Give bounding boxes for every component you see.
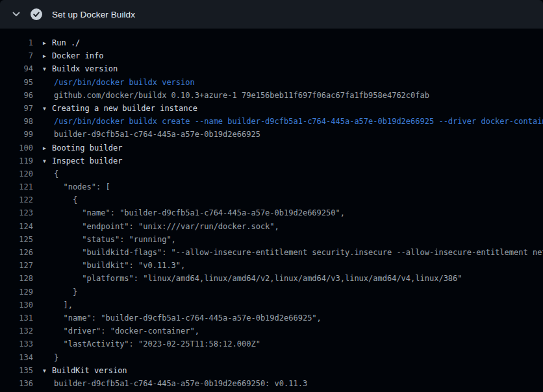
log-text: "name": "builder-d9cfb5a1-c764-445a-a57e… bbox=[43, 312, 322, 325]
line-number[interactable]: 99 bbox=[0, 128, 33, 141]
line-number[interactable]: 120 bbox=[0, 167, 33, 180]
log-line: 99builder-d9cfb5a1-c764-445a-a57e-0b19d2… bbox=[0, 128, 543, 141]
actions-log-step: Set up Docker Buildx 1▶Run ./7▶Docker in… bbox=[0, 0, 543, 392]
log-line: 95/usr/bin/docker buildx version bbox=[0, 76, 543, 89]
group-collapsed-icon[interactable]: ▶ bbox=[43, 37, 52, 50]
log-text: "endpoint": "unix:///var/run/docker.sock… bbox=[43, 220, 279, 233]
line-number[interactable]: 136 bbox=[0, 377, 33, 390]
log-text: ], bbox=[43, 299, 73, 312]
log-text: "driver": "docker-container", bbox=[43, 325, 199, 337]
line-number[interactable]: 97 bbox=[0, 102, 33, 115]
log-line: 122 { bbox=[0, 193, 543, 206]
log-text: builder-d9cfb5a1-c764-445a-a57e-0b19d2e6… bbox=[43, 128, 260, 141]
line-number[interactable]: 1 bbox=[0, 36, 33, 49]
step-title: Set up Docker Buildx bbox=[52, 10, 135, 19]
log-line: 7▶Docker info bbox=[0, 49, 543, 62]
line-number[interactable]: 95 bbox=[0, 76, 33, 89]
log-line: 124 "endpoint": "unix:///var/run/docker.… bbox=[0, 220, 543, 233]
group-expanded-icon[interactable]: ▼ bbox=[43, 63, 52, 76]
log-line: 135▼BuildKit version bbox=[0, 364, 543, 377]
group-collapsed-icon[interactable]: ▶ bbox=[43, 50, 52, 63]
log-group-header[interactable]: ▶Booting builder bbox=[43, 141, 122, 154]
log-text: } bbox=[43, 286, 77, 299]
log-text: "status": "running", bbox=[43, 233, 176, 246]
line-number[interactable]: 129 bbox=[0, 286, 33, 299]
log-text: { bbox=[43, 167, 58, 180]
log-line: 119▼Inspect builder bbox=[0, 154, 543, 167]
group-expanded-icon[interactable]: ▼ bbox=[43, 103, 52, 116]
log-line: 125 "status": "running", bbox=[0, 233, 543, 246]
line-number[interactable]: 135 bbox=[0, 364, 33, 377]
log-line: 100▶Booting builder bbox=[0, 141, 543, 154]
log-line: 127 "buildkit": "v0.11.3", bbox=[0, 259, 543, 272]
log-line: 128 "platforms": "linux/amd64,linux/amd6… bbox=[0, 272, 543, 285]
log-line: 94▼Buildx version bbox=[0, 62, 543, 75]
log-line: 132 "driver": "docker-container", bbox=[0, 325, 543, 337]
log-group-header[interactable]: ▼Buildx version bbox=[43, 62, 118, 75]
line-number[interactable]: 100 bbox=[0, 141, 33, 154]
line-number[interactable]: 98 bbox=[0, 115, 33, 128]
log-line: 120{ bbox=[0, 167, 543, 180]
log-group-header[interactable]: ▼BuildKit version bbox=[43, 364, 127, 377]
log-text: builder-d9cfb5a1-c764-445a-a57e-0b19d2e6… bbox=[43, 377, 307, 390]
line-number[interactable]: 133 bbox=[0, 337, 33, 350]
log-line: 129 } bbox=[0, 286, 543, 299]
line-number[interactable]: 94 bbox=[0, 62, 33, 75]
log-line: 98/usr/bin/docker buildx create --name b… bbox=[0, 115, 543, 128]
log-text: /usr/bin/docker buildx create --name bui… bbox=[43, 115, 543, 128]
log-line: 126 "buildkitd-flags": "--allow-insecure… bbox=[0, 246, 543, 259]
line-number[interactable]: 121 bbox=[0, 180, 33, 193]
log-line: 133 "lastActivity": "2023-02-25T11:58:12… bbox=[0, 337, 543, 350]
line-number[interactable]: 7 bbox=[0, 49, 33, 62]
step-header[interactable]: Set up Docker Buildx bbox=[0, 0, 543, 29]
log-text: "lastActivity": "2023-02-25T11:58:12.000… bbox=[43, 337, 260, 350]
log-text: "buildkitd-flags": "--allow-insecure-ent… bbox=[43, 246, 543, 259]
log-line: 123 "name": "builder-d9cfb5a1-c764-445a-… bbox=[0, 206, 543, 219]
chevron-down-icon[interactable] bbox=[8, 6, 25, 23]
line-number[interactable]: 134 bbox=[0, 351, 33, 364]
log-text: } bbox=[43, 351, 58, 364]
log-text: "name": "builder-d9cfb5a1-c764-445a-a57e… bbox=[43, 206, 345, 219]
line-number[interactable]: 125 bbox=[0, 233, 33, 246]
log-line: 131 "name": "builder-d9cfb5a1-c764-445a-… bbox=[0, 312, 543, 325]
log-line: 136builder-d9cfb5a1-c764-445a-a57e-0b19d… bbox=[0, 377, 543, 390]
line-number[interactable]: 123 bbox=[0, 206, 33, 219]
line-number[interactable]: 122 bbox=[0, 193, 33, 206]
line-number[interactable]: 128 bbox=[0, 272, 33, 285]
log-line: 130 ], bbox=[0, 299, 543, 312]
group-expanded-icon[interactable]: ▼ bbox=[43, 155, 52, 168]
group-expanded-icon[interactable]: ▼ bbox=[43, 365, 52, 378]
group-collapsed-icon[interactable]: ▶ bbox=[43, 142, 52, 155]
log-text: "buildkit": "v0.11.3", bbox=[43, 259, 185, 272]
log-group-header[interactable]: ▼Inspect builder bbox=[43, 154, 122, 167]
log-text: "nodes": [ bbox=[43, 180, 110, 193]
log-text: /usr/bin/docker buildx version bbox=[43, 76, 195, 89]
line-number[interactable]: 96 bbox=[0, 89, 33, 102]
log-group-header[interactable]: ▶Docker info bbox=[43, 49, 103, 62]
log-text: github.com/docker/buildx 0.10.3+azure-1 … bbox=[43, 89, 429, 102]
line-number[interactable]: 124 bbox=[0, 220, 33, 233]
log-text: "platforms": "linux/amd64,linux/amd64/v2… bbox=[43, 272, 462, 285]
line-number[interactable]: 132 bbox=[0, 325, 33, 337]
log-group-header[interactable]: ▼Creating a new builder instance bbox=[43, 102, 197, 115]
line-number[interactable]: 119 bbox=[0, 154, 33, 167]
line-number[interactable]: 126 bbox=[0, 246, 33, 259]
log-group-header[interactable]: ▶Run ./ bbox=[43, 36, 80, 49]
log-text: { bbox=[43, 193, 77, 206]
log-output: 1▶Run ./7▶Docker info94▼Buildx version95… bbox=[0, 29, 543, 390]
log-line: 134} bbox=[0, 351, 543, 364]
line-number[interactable]: 131 bbox=[0, 312, 33, 325]
log-line: 96github.com/docker/buildx 0.10.3+azure-… bbox=[0, 89, 543, 102]
log-line: 97▼Creating a new builder instance bbox=[0, 102, 543, 115]
line-number[interactable]: 127 bbox=[0, 259, 33, 272]
log-line: 121 "nodes": [ bbox=[0, 180, 543, 193]
check-circle-icon bbox=[30, 8, 43, 21]
log-line: 1▶Run ./ bbox=[0, 36, 543, 49]
line-number[interactable]: 130 bbox=[0, 299, 33, 312]
